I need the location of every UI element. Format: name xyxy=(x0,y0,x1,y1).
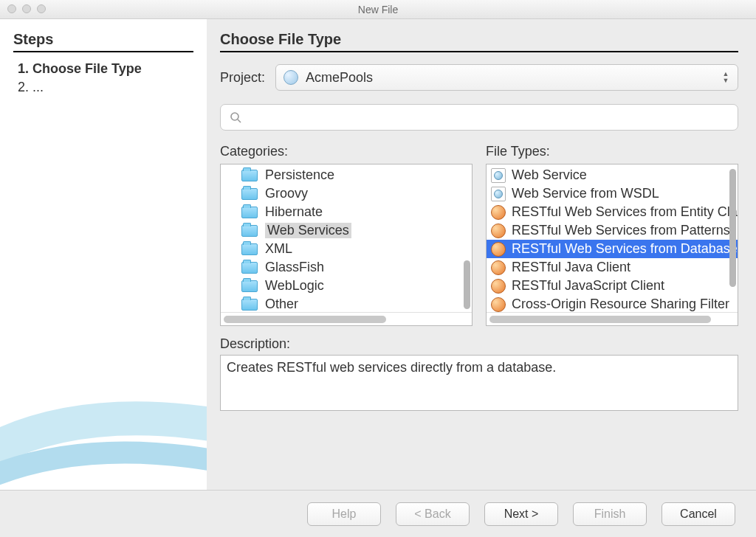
decorative-swoosh xyxy=(0,350,207,490)
button-bar: Help < Back Next > Finish Cancel xyxy=(0,490,756,537)
updown-arrows-icon: ▲▼ xyxy=(720,68,732,87)
categories-label: Categories: xyxy=(220,144,472,159)
divider xyxy=(13,51,193,52)
category-item[interactable]: Persistence xyxy=(221,166,472,184)
filetype-item[interactable]: Web Service from WSDL xyxy=(487,184,738,203)
window-title: New File xyxy=(0,4,756,15)
filetype-label: Web Service xyxy=(512,167,587,183)
category-label: Persistence xyxy=(265,167,334,183)
traffic-lights xyxy=(7,4,46,13)
finish-button[interactable]: Finish xyxy=(573,502,647,526)
steps-sidebar: Steps Choose File Type ... xyxy=(0,19,207,490)
folder-icon xyxy=(241,188,258,200)
filter-search[interactable] xyxy=(220,104,738,131)
page-title: Choose File Type xyxy=(220,31,738,48)
help-button[interactable]: Help xyxy=(307,502,381,526)
category-item[interactable]: Web Services xyxy=(221,221,472,240)
category-label: WebLogic xyxy=(265,278,324,294)
filetype-item[interactable]: RESTful Web Services from Database xyxy=(487,240,738,258)
category-item[interactable]: Hibernate xyxy=(221,203,472,221)
categories-list[interactable]: PersistenceGroovyHibernateWeb ServicesXM… xyxy=(220,164,472,326)
step-item-1: Choose File Type xyxy=(32,61,193,77)
close-window-icon[interactable] xyxy=(7,4,16,13)
folder-icon xyxy=(241,280,258,292)
steps-list: Choose File Type ... xyxy=(13,61,193,95)
project-value: AcmePools xyxy=(306,70,373,86)
folder-icon xyxy=(241,299,258,311)
filetype-label: RESTful Web Services from Database xyxy=(512,241,738,257)
category-item[interactable]: Other xyxy=(221,295,472,312)
category-item[interactable]: WebLogic xyxy=(221,277,472,295)
webservice-ball-icon xyxy=(491,224,506,238)
filetype-item[interactable]: RESTful Web Services from Entity Classes xyxy=(487,203,738,221)
description-label: Description: xyxy=(220,336,738,352)
filetype-item[interactable]: RESTful Web Services from Patterns xyxy=(487,221,738,240)
webservice-doc-icon xyxy=(491,187,506,201)
category-item[interactable]: XML xyxy=(221,240,472,258)
project-label: Project: xyxy=(220,70,265,86)
filter-input[interactable] xyxy=(247,110,729,125)
globe-icon xyxy=(284,70,298,85)
filetype-label: RESTful Java Client xyxy=(512,260,630,275)
divider xyxy=(220,51,738,52)
filetype-item[interactable]: RESTful Java Client xyxy=(487,258,738,277)
folder-icon xyxy=(241,225,258,237)
steps-heading: Steps xyxy=(13,31,193,48)
filetype-label: RESTful JavaScript Client xyxy=(512,278,664,294)
filetypes-list[interactable]: Web ServiceWeb Service from WSDLRESTful … xyxy=(486,164,738,326)
project-select[interactable]: AcmePools ▲▼ xyxy=(275,64,738,91)
webservice-ball-icon xyxy=(491,205,506,220)
svg-point-0 xyxy=(231,113,238,120)
filetype-label: Cross-Origin Resource Sharing Filter xyxy=(512,297,729,312)
svg-line-1 xyxy=(238,119,241,122)
cancel-button[interactable]: Cancel xyxy=(662,502,735,526)
webservice-ball-icon xyxy=(491,279,506,294)
category-label: Web Services xyxy=(265,223,351,238)
next-button[interactable]: Next > xyxy=(484,502,558,526)
scrollbar-horizontal[interactable] xyxy=(487,312,738,325)
folder-icon xyxy=(241,170,258,181)
filetype-label: RESTful Web Services from Entity Classes xyxy=(512,204,738,220)
description-text: Creates RESTful web services directly fr… xyxy=(227,360,556,375)
webservice-ball-icon xyxy=(491,242,506,257)
filetype-item[interactable]: Cross-Origin Resource Sharing Filter xyxy=(487,295,738,312)
description-box: Creates RESTful web services directly fr… xyxy=(220,355,738,411)
category-label: Groovy xyxy=(265,186,308,201)
category-label: XML xyxy=(265,241,292,257)
category-label: GlassFish xyxy=(265,260,324,275)
folder-icon xyxy=(241,262,258,274)
search-icon xyxy=(230,111,241,123)
window-titlebar: New File xyxy=(0,0,756,19)
filetype-label: Web Service from WSDL xyxy=(512,186,659,201)
scrollbar-horizontal[interactable] xyxy=(221,312,472,325)
folder-icon xyxy=(241,243,258,255)
scrollbar-thumb[interactable] xyxy=(729,169,736,287)
main-panel: Choose File Type Project: AcmePools ▲▼ C… xyxy=(207,19,756,490)
filetype-item[interactable]: Web Service xyxy=(487,166,738,184)
back-button[interactable]: < Back xyxy=(396,502,470,526)
webservice-ball-icon xyxy=(491,260,506,275)
filetypes-label: File Types: xyxy=(486,144,738,159)
category-item[interactable]: Groovy xyxy=(221,184,472,203)
webservice-ball-icon xyxy=(491,297,506,312)
zoom-window-icon[interactable] xyxy=(37,4,46,13)
scrollbar-thumb[interactable] xyxy=(464,260,470,309)
category-label: Other xyxy=(265,297,298,312)
category-item[interactable]: GlassFish xyxy=(221,258,472,277)
category-label: Hibernate xyxy=(265,204,323,220)
webservice-doc-icon xyxy=(491,168,506,183)
filetype-label: RESTful Web Services from Patterns xyxy=(512,223,730,238)
minimize-window-icon[interactable] xyxy=(22,4,31,13)
folder-icon xyxy=(241,207,258,218)
step-item-2: ... xyxy=(32,80,193,95)
filetype-item[interactable]: RESTful JavaScript Client xyxy=(487,277,738,295)
